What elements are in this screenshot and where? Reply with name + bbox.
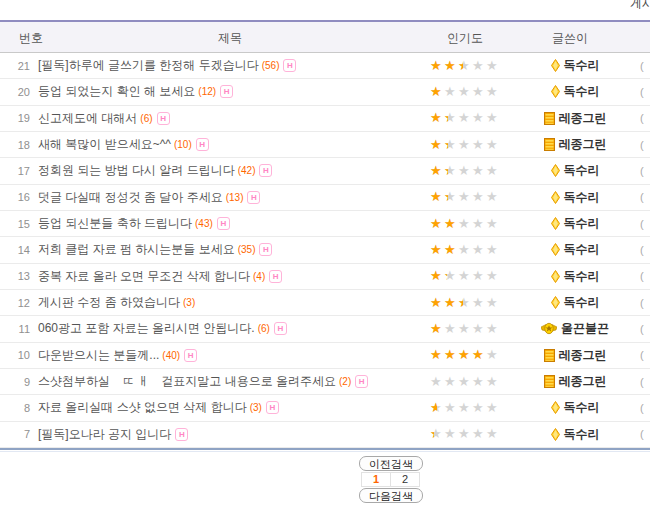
star-icon: ★★ [430, 243, 444, 257]
author-name[interactable]: 독수리 [564, 241, 600, 258]
header-author: 글쓴이 [508, 30, 632, 47]
h-icon: H [266, 401, 279, 414]
post-title-link[interactable]: 스샷첨부하실 ㄸ ㅐ 겉표지말고 내용으로 올려주세요 [38, 374, 336, 388]
post-title-link[interactable]: 덧글 다실때 정성것 좀 달아 주세요 [38, 190, 223, 204]
author-cell: 독수리 [510, 241, 640, 258]
clipped-column-fragment: ( [640, 165, 650, 177]
post-title-link[interactable]: 중복 자료 올라 오면 무조건 삭제 합니다 [38, 269, 250, 283]
clipped-column-fragment: ( [640, 297, 650, 309]
popularity-stars: ★★★★★★★★★ [422, 348, 510, 362]
post-title-cell: 다운받으시는 분들께...(40)H [36, 347, 422, 364]
author-name[interactable]: 레종그린 [559, 347, 607, 364]
post-title-link[interactable]: 060광고 포함 자료는 올리시면 안됩니다. [38, 321, 255, 335]
post-title-link[interactable]: 저희 클럽 자료 펌 하시는분들 보세요 [38, 242, 235, 256]
post-number: 12 [0, 297, 36, 309]
author-name[interactable]: 독수리 [564, 57, 600, 74]
next-search-button[interactable]: 다음검색 [359, 488, 423, 503]
author-name[interactable]: 독수리 [564, 268, 600, 285]
table-row: 20등업 되었는지 확인 해 보세요(12)H★★★★★★독수리( [0, 79, 650, 105]
star-fill: ★ [430, 322, 443, 336]
author-name[interactable]: 울끈불끈 [561, 320, 609, 337]
table-row: 8자료 올리실때 스샷 없으면 삭제 합니다(3)H★★★★★★독수리( [0, 395, 650, 421]
diamond-icon [551, 270, 560, 283]
badge-icon [541, 322, 557, 335]
star-icon: ★★ [430, 85, 444, 99]
star-fill: ★ [430, 164, 443, 178]
diamond-icon [551, 164, 560, 177]
post-title-link[interactable]: 자료 올리실때 스샷 없으면 삭제 합니다 [38, 400, 247, 414]
post-title-link[interactable]: 신고제도에 대해서 [38, 111, 137, 125]
star-fill: ★ [444, 138, 448, 152]
author-name[interactable]: 독수리 [564, 399, 600, 416]
author-name[interactable]: 레종그린 [559, 373, 607, 390]
page-number[interactable]: 2 [390, 472, 420, 487]
author-name[interactable]: 독수리 [564, 294, 600, 311]
star-icon: ★ [458, 427, 472, 441]
pagination: 이전검색 12 다음검색 [352, 456, 430, 503]
clipped-column-fragment: ( [640, 376, 650, 388]
comment-count: (56) [262, 60, 280, 71]
author-name[interactable]: 독수리 [564, 162, 600, 179]
clipped-column-fragment: ( [640, 402, 650, 414]
post-title-link[interactable]: 등업 되었는지 확인 해 보세요 [38, 84, 195, 98]
star-icon: ★ [486, 269, 500, 283]
post-title-link[interactable]: 게시판 수정 좀 하였습니다 [38, 295, 180, 309]
author-name[interactable]: 레종그린 [559, 136, 607, 153]
author-cell: 독수리 [510, 268, 640, 285]
author-cell: 독수리 [510, 294, 640, 311]
star-icon: ★ [472, 111, 486, 125]
popularity-stars: ★★★★★★★ [422, 164, 510, 178]
star-fill: ★ [458, 348, 471, 362]
comment-count: (12) [198, 86, 216, 97]
post-title-link[interactable]: [필독]하루에 글쓰기를 한정해 두겠습니다 [38, 58, 259, 72]
star-icon: ★★ [430, 269, 444, 283]
post-title-cell: [필독]오나라 공지 입니다H [36, 426, 422, 443]
star-fill: ★ [430, 217, 443, 231]
popularity-stars: ★★★★★★★ [422, 243, 510, 257]
star-icon: ★ [458, 269, 472, 283]
post-title-cell: 중복 자료 올라 오면 무조건 삭제 합니다(4)H [36, 268, 422, 285]
comment-count: (6) [258, 323, 270, 334]
star-fill: ★ [430, 427, 434, 441]
star-icon: ★★ [444, 296, 458, 310]
author-name[interactable]: 레종그린 [559, 110, 607, 127]
author-name[interactable]: 독수리 [564, 83, 600, 100]
star-icon: ★ [472, 164, 486, 178]
post-title-cell: 등업 되었는지 확인 해 보세요(12)H [36, 83, 422, 100]
star-icon: ★ [486, 217, 500, 231]
post-title-link[interactable]: 새해 복많이 받으세요~^^ [38, 137, 171, 151]
clipped-column-fragment: ( [640, 428, 650, 440]
table-row: 12게시판 수정 좀 하였습니다(3)★★★★★★★★독수리( [0, 290, 650, 316]
post-number: 11 [0, 323, 36, 335]
comment-count: (3) [250, 402, 262, 413]
star-icon: ★ [486, 85, 500, 99]
comment-count: (6) [140, 113, 152, 124]
star-fill: ★ [444, 269, 447, 283]
table-row: 19신고제도에 대해서(6)H★★★★★★★레종그린( [0, 106, 650, 132]
star-fill: ★ [430, 59, 443, 73]
star-fill: ★ [458, 296, 463, 310]
author-name[interactable]: 독수리 [564, 189, 600, 206]
page-number[interactable]: 1 [361, 472, 391, 487]
star-fill: ★ [444, 296, 457, 310]
author-name[interactable]: 독수리 [564, 426, 600, 443]
post-title-link[interactable]: 다운받으시는 분들께... [38, 348, 159, 362]
table-row: 7[필독]오나라 공지 입니다H★★★★★★독수리( [0, 422, 650, 448]
prev-search-button[interactable]: 이전검색 [359, 456, 423, 471]
post-title-link[interactable]: 등업 되신분들 축하 드립니다 [38, 216, 192, 230]
star-icon: ★ [472, 269, 486, 283]
diamond-icon [551, 59, 560, 72]
star-fill: ★ [430, 111, 443, 125]
star-icon: ★★ [430, 190, 444, 204]
post-title-link[interactable]: 정회원 되는 방법 다시 알려 드립니다 [38, 163, 235, 177]
popularity-stars: ★★★★★★ [422, 322, 510, 336]
star-icon: ★ [472, 401, 486, 415]
author-cell: 독수리 [510, 399, 640, 416]
post-number: 16 [0, 191, 36, 203]
star-icon: ★ [444, 85, 458, 99]
star-icon: ★ [486, 322, 500, 336]
post-number: 9 [0, 376, 36, 388]
post-title-link[interactable]: [필독]오나라 공지 입니다 [38, 427, 171, 441]
author-name[interactable]: 독수리 [564, 215, 600, 232]
post-number: 13 [0, 270, 36, 282]
